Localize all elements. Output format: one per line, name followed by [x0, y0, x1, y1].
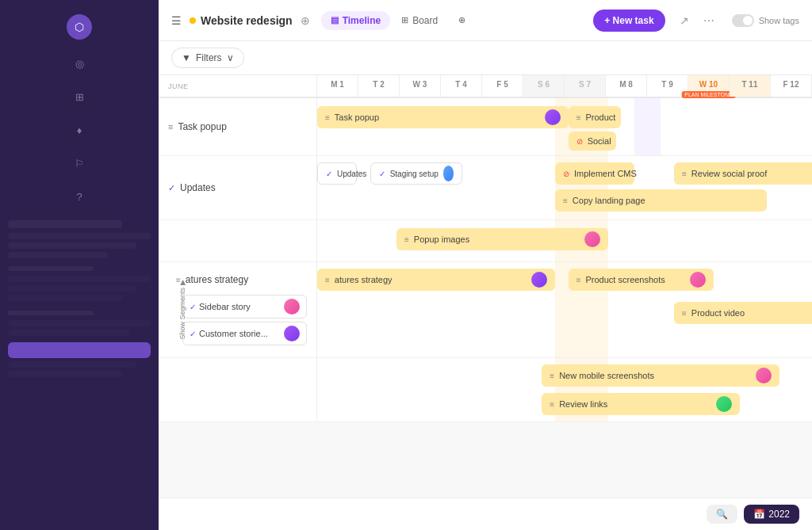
task-bar-popup-images[interactable]: ≡ Popup images [396, 228, 608, 250]
mobile-screenshots-avatar [756, 368, 772, 383]
task-bar-staging[interactable]: ✓ Staging setup [370, 162, 463, 185]
plan-milestone-badge: PLAN MILESTONE [681, 91, 736, 98]
share-button[interactable]: ↗ [680, 14, 689, 27]
task-bar-copy[interactable]: ≡ Copy landing page [555, 189, 767, 212]
timeline-row-mobile: ≡ New mobile screenshots ≡ Review links [159, 358, 812, 422]
show-tags-toggle-area: Show tags [732, 14, 799, 27]
filter-label: Filters [196, 52, 222, 63]
product-bar-icon: ≡ [576, 113, 581, 122]
product-bar-label: Product [586, 112, 616, 122]
sidebar-nav-projects[interactable]: ⊞ [68, 86, 90, 108]
popup-images-avatar [584, 231, 600, 247]
more-options-button[interactable]: ⋯ [703, 14, 714, 27]
updates-bar-icon: ✓ [326, 170, 332, 178]
time-col-w10: W 10 PLAN MILESTONE [688, 75, 730, 97]
updates-bar-label: Updates [337, 170, 366, 178]
project-title-area: Website redesign [190, 14, 293, 27]
timeline-area[interactable]: JUNE M 1 T 2 W 3 T 4 F 5 S 6 S 7 M 8 T 9… [159, 75, 812, 498]
task-bar-product-screenshots[interactable]: ≡ Product screenshots [569, 269, 714, 291]
timeline-row-popup-images: ≡ Popup images [159, 220, 812, 262]
filter-button[interactable]: ▼ Filters ∨ [171, 48, 244, 68]
timeline-header: JUNE M 1 T 2 W 3 T 4 F 5 S 6 S 7 M 8 T 9… [159, 75, 812, 98]
header: ☰ Website redesign ⊕ ▤ Timeline ⊞ Board … [159, 0, 812, 41]
product-video-label: Product video [691, 308, 745, 318]
product-video-icon: ≡ [682, 309, 687, 318]
segment-label[interactable]: Show Segments ▶ [178, 280, 186, 339]
cms-icon: ⊘ [563, 170, 569, 178]
mobile-screenshots-label: New mobile screenshots [559, 371, 654, 380]
review-links-avatar [716, 396, 732, 412]
new-task-button[interactable]: + New task [593, 10, 665, 32]
task-bar-mobile-screenshots[interactable]: ≡ New mobile screenshots [542, 364, 779, 387]
copy-label: Copy landing page [573, 196, 645, 205]
review-social-label: Review social proof [691, 169, 767, 178]
zoom-button[interactable]: 🔍 [707, 505, 737, 524]
task-bar-updates[interactable]: ✓ Updates [317, 162, 357, 185]
popup-images-icon: ≡ [404, 235, 409, 244]
row-label-updates: ✓ Updates [159, 156, 317, 219]
mobile-screenshots-icon: ≡ [550, 372, 554, 380]
review-links-icon: ≡ [550, 400, 554, 409]
show-tags-toggle[interactable] [732, 14, 754, 27]
menu-icon[interactable]: ☰ [171, 14, 182, 27]
filter-icon: ▼ [182, 52, 191, 63]
sidebar-nav-goals[interactable]: ♦ [68, 119, 90, 141]
tab-timeline[interactable]: ▤ Timeline [321, 11, 390, 30]
task-bar-review-social[interactable]: ≡ Review social proof [674, 162, 812, 185]
timeline-row-task-popup: ≡ Task popup ≡ Task popup [159, 98, 812, 156]
task-popup-bar-label: Task popup [335, 112, 379, 122]
copy-icon: ≡ [563, 196, 568, 205]
year-label: 2022 [768, 509, 790, 520]
staging-label: Staging setup [390, 170, 439, 178]
social-bar-label: Social [588, 136, 611, 146]
project-title: Website redesign [201, 14, 293, 27]
task-popup-icon: ≡ [168, 122, 173, 132]
filter-chevron: ∨ [227, 52, 234, 63]
task-popup-bar-icon: ≡ [325, 113, 330, 122]
features-label: atures strategy [186, 274, 248, 285]
footer: 🔍 📅 2022 [159, 498, 812, 530]
task-popup-bars: ≡ Task popup ≡ Product ⊘ Social [317, 98, 812, 155]
task-bar-product-video[interactable]: ≡ Product video [674, 302, 812, 324]
sidebar-nav-notifications[interactable]: ⚐ [68, 152, 90, 174]
product-screenshots-avatar [690, 272, 706, 288]
sidebar-story-avatar [284, 299, 300, 315]
tab-board[interactable]: ⊞ Board [392, 11, 447, 30]
sidebar-story-item[interactable]: ✓ Sidebar story [182, 295, 307, 318]
review-social-icon: ≡ [682, 170, 687, 178]
review-links-label: Review links [559, 399, 607, 409]
show-tags-label: Show tags [759, 16, 799, 25]
project-settings-icon[interactable]: ⊕ [301, 14, 310, 27]
app-logo[interactable]: ⬡ [67, 14, 92, 40]
task-bar-social[interactable]: ⊘ Social [569, 132, 616, 151]
time-col-f5: F 5 [482, 75, 523, 97]
timeline-body: ≡ Task popup ≡ Task popup [159, 98, 812, 422]
popup-images-bars: ≡ Popup images [317, 220, 812, 261]
year-button[interactable]: 📅 2022 [744, 505, 799, 524]
mobile-bars: ≡ New mobile screenshots ≡ Review links [317, 358, 812, 421]
row-label-task-popup: ≡ Task popup [159, 98, 317, 155]
task-bar-task-popup[interactable]: ≡ Task popup [317, 106, 569, 128]
task-bar-cms[interactable]: ⊘ Implement CMS [555, 162, 634, 185]
time-col-t4: T 4 [441, 75, 482, 97]
social-bar-icon: ⊘ [576, 137, 583, 146]
task-bar-review-links[interactable]: ≡ Review links [542, 393, 740, 415]
task-bar-features[interactable]: ≡ atures strategy [317, 269, 555, 291]
view-tabs: ▤ Timeline ⊞ Board ⊕ [321, 11, 476, 30]
cms-label: Implement CMS [574, 169, 637, 178]
timeline-columns: M 1 T 2 W 3 T 4 F 5 S 6 S 7 M 8 T 9 W 10… [317, 75, 812, 97]
sidebar-nav-home[interactable]: ◎ [68, 52, 90, 74]
sidebar: ⬡ ◎ ⊞ ♦ ⚐ ? [0, 0, 159, 530]
time-col-w3: W 3 [400, 75, 441, 97]
task-bar-product[interactable]: ≡ Product [569, 106, 622, 128]
row-label-empty-2 [159, 358, 317, 421]
features-bars: ≡ atures strategy ≡ Product screenshots … [317, 262, 812, 357]
customer-stories-item[interactable]: ✓ Customer storie... [182, 322, 307, 345]
time-col-t2: T 2 [358, 75, 400, 97]
timeline-header-label: JUNE [159, 75, 317, 97]
tab-customize[interactable]: ⊕ [449, 11, 475, 30]
time-col-t11: T 11 [730, 75, 771, 97]
popup-images-label: Popup images [414, 234, 469, 244]
product-screenshots-label: Product screenshots [586, 275, 665, 284]
sidebar-nav-help[interactable]: ? [68, 185, 90, 208]
